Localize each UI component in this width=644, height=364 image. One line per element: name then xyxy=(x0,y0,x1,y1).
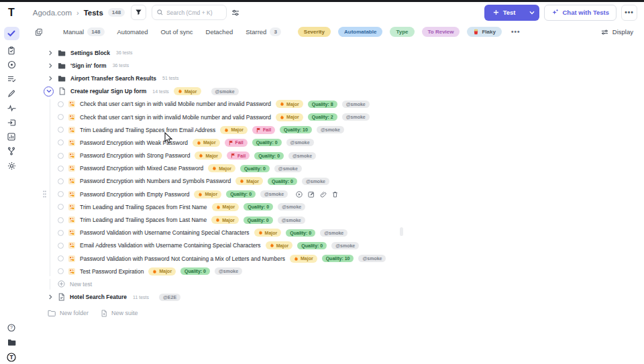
sidebar-item-import[interactable] xyxy=(5,118,18,127)
pill-severity[interactable]: Severity xyxy=(298,27,331,37)
tag-badge[interactable]: @smoke xyxy=(320,229,347,237)
fail-badge[interactable]: Fail xyxy=(225,139,248,147)
scrollbar-thumb[interactable] xyxy=(400,227,403,236)
topbar-more-button[interactable]: ••• xyxy=(621,5,637,21)
test-status-radio[interactable] xyxy=(58,268,64,274)
chevron-right-icon[interactable] xyxy=(48,50,53,56)
sidebar-item-activity[interactable] xyxy=(5,104,18,113)
search-settings-button[interactable] xyxy=(231,6,245,19)
severity-badge[interactable]: Major xyxy=(220,126,248,134)
quality-badge[interactable]: Quality: 8 xyxy=(308,101,337,108)
projects-folder-button[interactable] xyxy=(5,338,18,347)
breadcrumb-project[interactable]: Agoda.com xyxy=(33,9,72,17)
quality-badge[interactable]: Quality: 0 xyxy=(297,242,327,249)
quality-badge[interactable]: Quality: 0 xyxy=(268,178,297,185)
new-test-row[interactable]: New test xyxy=(23,278,644,290)
test-status-radio[interactable] xyxy=(58,217,64,223)
quality-badge[interactable]: Quality: 0 xyxy=(286,229,315,237)
tag-badge[interactable]: @smoke xyxy=(274,165,302,172)
test-status-radio[interactable] xyxy=(58,243,64,249)
severity-badge[interactable]: Major xyxy=(276,113,303,121)
quality-badge[interactable]: Quality: 10 xyxy=(280,126,312,133)
edit-test-button[interactable] xyxy=(308,191,315,198)
sidebar-item-checklists[interactable] xyxy=(5,75,18,84)
tag-badge[interactable]: @smoke xyxy=(286,139,314,146)
severity-badge[interactable]: Major xyxy=(195,151,222,160)
test-status-radio[interactable] xyxy=(58,153,64,159)
test-row[interactable]: Check that user can't sign in with valid… xyxy=(23,98,644,111)
filter-tab-automated[interactable]: Automated xyxy=(117,28,148,36)
severity-badge[interactable]: Major xyxy=(254,229,282,237)
filter-tab-detached[interactable]: Detached xyxy=(206,28,233,36)
tag-badge[interactable]: @smoke xyxy=(260,190,288,198)
test-row[interactable]: Email Address Validation with Username C… xyxy=(23,239,644,252)
filter-tab-out-of-sync[interactable]: Out of sync xyxy=(160,28,193,36)
new-test-dropdown-button[interactable] xyxy=(525,5,539,21)
severity-badge[interactable]: Major xyxy=(276,100,303,108)
chevron-right-icon[interactable] xyxy=(48,76,53,81)
quality-badge[interactable]: Quality: 2 xyxy=(308,113,337,121)
pill-type[interactable]: Type xyxy=(390,27,414,37)
search-input[interactable] xyxy=(166,9,221,16)
test-status-radio[interactable] xyxy=(58,178,64,184)
test-row[interactable]: Trim Leading and Trailing Spaces from La… xyxy=(23,213,644,226)
test-row[interactable]: Password Encryption with Mixed Case Pass… xyxy=(23,162,644,175)
chevron-down-circle-icon[interactable] xyxy=(44,86,54,97)
severity-badge[interactable]: Major xyxy=(266,241,293,249)
severity-badge[interactable]: Major xyxy=(208,164,235,172)
test-status-radio[interactable] xyxy=(58,127,64,133)
search-box[interactable] xyxy=(152,5,227,20)
test-row[interactable]: Password Validation with Username Contai… xyxy=(23,227,644,239)
severity-badge[interactable]: Major xyxy=(148,267,176,276)
tag-badge[interactable]: @smoke xyxy=(342,101,370,108)
fail-badge[interactable]: Fail xyxy=(252,126,275,134)
sidebar-item-branches[interactable] xyxy=(5,147,18,156)
test-row[interactable]: Check that user can't sign in with inval… xyxy=(23,111,644,123)
filter-tab-starred[interactable]: Starred 3 xyxy=(246,27,281,36)
suite-row[interactable]: 'Sign in' form 36 tests xyxy=(23,59,644,72)
sidebar-item-analytics[interactable] xyxy=(5,133,18,141)
test-row[interactable]: Password Encryption with Empty Password … xyxy=(23,188,644,200)
display-button[interactable]: Display xyxy=(601,28,633,36)
tag-badge[interactable]: @E2E xyxy=(159,294,180,301)
test-row[interactable]: Password Encryption with Weak Password M… xyxy=(23,136,644,149)
profile-avatar[interactable]: T xyxy=(5,353,18,361)
severity-badge[interactable]: Major xyxy=(235,177,263,185)
tag-badge[interactable]: @smoke xyxy=(278,203,305,210)
severity-badge[interactable]: Major xyxy=(194,190,221,198)
filter-tab-manual[interactable]: Manual 148 xyxy=(63,27,105,36)
severity-badge[interactable]: Major xyxy=(211,216,239,224)
help-button[interactable]: ? xyxy=(5,323,18,332)
severity-badge[interactable]: Major xyxy=(174,87,201,95)
quality-badge[interactable]: Quality: 0 xyxy=(252,139,282,146)
pill-flaky[interactable]: Flaky xyxy=(467,27,501,37)
tag-badge[interactable]: @smoke xyxy=(278,217,305,224)
new-test-button[interactable]: Test xyxy=(484,5,525,21)
filter-more-button[interactable]: ••• xyxy=(511,28,521,36)
test-row[interactable]: Password Encryption with Numbers and Sym… xyxy=(23,175,644,188)
test-row[interactable]: Password Validation with Password Not Co… xyxy=(23,252,644,265)
app-logo[interactable]: T xyxy=(8,7,14,19)
quality-badge[interactable]: Quality: 0 xyxy=(254,152,284,160)
severity-badge[interactable]: Major xyxy=(193,139,220,147)
breadcrumb-current-page[interactable]: Tests xyxy=(84,9,103,17)
test-row[interactable]: Trim Leading and Trailing Spaces from Em… xyxy=(23,123,644,136)
expanded-suite-row[interactable]: Create regular Sign Up form 14 tests Maj… xyxy=(23,85,644,98)
new-folder-button[interactable]: New folder xyxy=(48,310,89,317)
tag-badge[interactable]: @smoke xyxy=(358,255,386,262)
test-status-radio[interactable] xyxy=(58,166,64,172)
test-status-radio[interactable] xyxy=(58,114,64,120)
tag-badge[interactable]: @smoke xyxy=(302,178,329,185)
tag-badge[interactable]: @smoke xyxy=(331,242,359,249)
test-status-radio[interactable] xyxy=(58,255,64,261)
test-status-radio[interactable] xyxy=(58,204,64,210)
test-status-radio[interactable] xyxy=(58,101,64,107)
suite-row[interactable]: Settings Block 36 tests xyxy=(23,46,644,59)
drag-handle[interactable] xyxy=(43,190,46,198)
sidebar-item-editor[interactable] xyxy=(5,89,18,98)
test-row[interactable]: Trim Leading and Trailing Spaces from Fi… xyxy=(23,200,644,213)
quality-badge[interactable]: Quality: 0 xyxy=(226,190,256,198)
test-row[interactable]: Test Password Expiration Major Quality: … xyxy=(23,265,644,278)
tag-badge[interactable]: @smoke xyxy=(288,152,316,160)
test-status-radio[interactable] xyxy=(58,139,64,145)
